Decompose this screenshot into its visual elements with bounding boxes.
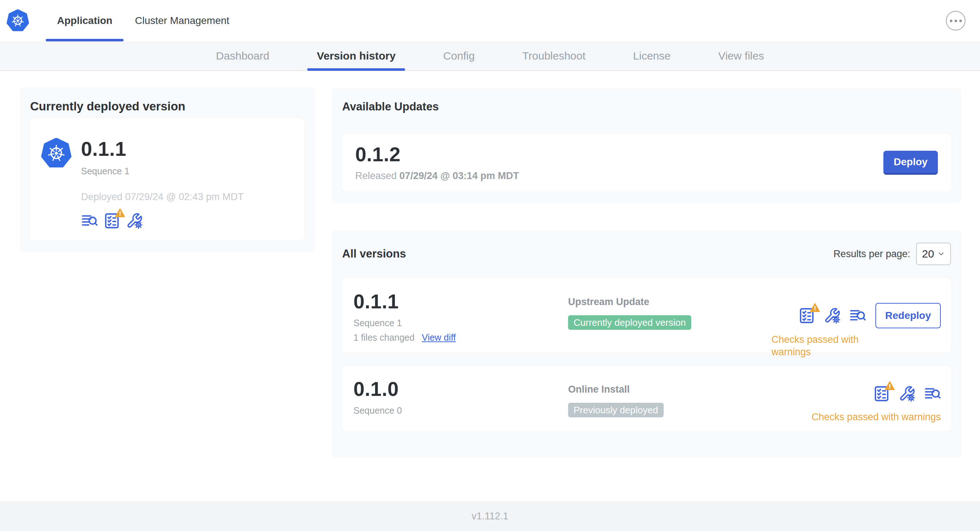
previously-deployed-badge: Previously deployed — [568, 403, 663, 417]
all-versions-title: All versions — [342, 247, 406, 261]
version-history-page: Currently deployed version 0.1.1 Sequenc… — [0, 71, 980, 501]
currently-deployed-badge: Currently deployed version — [568, 315, 691, 330]
view-diff-link[interactable]: View diff — [422, 332, 456, 343]
warning-triangle-icon — [809, 302, 821, 313]
app-subnav: Dashboard Version history Config Trouble… — [0, 41, 980, 71]
checks-status-text: Checks passed with warnings — [772, 334, 869, 358]
tab-cluster-management[interactable]: Cluster Management — [124, 0, 240, 41]
deployed-version-tile: 0.1.1 Sequence 1 Deployed 07/29/24 @ 02:… — [30, 118, 304, 240]
row-version-number: 0.1.1 — [353, 291, 568, 312]
logs-magnifier-icon[interactable] — [924, 385, 941, 402]
top-bar: Application Cluster Management — [0, 0, 980, 41]
deployed-version-number: 0.1.1 — [81, 138, 244, 160]
tab-view-files[interactable]: View files — [709, 41, 773, 70]
preflight-checklist-icon[interactable] — [103, 213, 120, 229]
row-sequence: Sequence 0 — [353, 405, 568, 416]
console-version: v1.112.1 — [471, 511, 509, 522]
files-changed-label: 1 files changed — [353, 332, 414, 343]
row-version-number: 0.1.0 — [353, 378, 568, 400]
available-updates-card: Available Updates 0.1.2 Released 07/29/2… — [332, 88, 961, 203]
wrench-gear-icon[interactable] — [899, 385, 915, 402]
tab-config[interactable]: Config — [434, 41, 484, 70]
wrench-gear-icon[interactable] — [824, 307, 840, 324]
currently-deployed-card: Currently deployed version 0.1.1 Sequenc… — [20, 87, 314, 252]
app-footer: v1.112.1 — [0, 501, 980, 531]
logs-magnifier-icon[interactable] — [81, 213, 98, 229]
update-row: 0.1.2 Released 07/29/24 @ 03:14 pm MDT D… — [342, 134, 951, 191]
ellipsis-menu-icon[interactable] — [946, 11, 966, 30]
deploy-button[interactable]: Deploy — [883, 151, 938, 175]
row-sequence: Sequence 1 — [353, 318, 568, 329]
tab-dashboard[interactable]: Dashboard — [207, 41, 279, 70]
update-released-date: 07/29/24 @ 03:14 pm MDT — [399, 170, 519, 181]
update-version-number: 0.1.2 — [355, 143, 519, 165]
deployed-timestamp: Deployed 07/29/24 @ 02:43 pm MDT — [81, 191, 244, 203]
kubernetes-logo — [6, 0, 29, 41]
warning-triangle-icon — [115, 208, 126, 218]
results-per-page-select[interactable]: 20 — [916, 243, 951, 265]
results-per-page-label: Results per page: — [833, 248, 910, 260]
tab-license[interactable]: License — [624, 41, 680, 70]
row-source-label: Online Install — [568, 383, 772, 396]
version-row: 0.1.0 Sequence 0 Online Install Previous… — [342, 366, 951, 431]
app-kubernetes-logo — [41, 138, 72, 169]
deployed-sequence: Sequence 1 — [81, 165, 244, 177]
version-row: 0.1.1 Sequence 1 1 files changed View di… — [342, 278, 951, 353]
preflight-checklist-icon[interactable] — [799, 307, 815, 324]
all-versions-card: All versions Results per page: 20 0.1.1 … — [332, 230, 961, 458]
checks-status-text: Checks passed with warnings — [811, 411, 941, 423]
currently-deployed-title: Currently deployed version — [30, 100, 304, 113]
redeploy-button[interactable]: Redeploy — [875, 303, 941, 328]
tab-application[interactable]: Application — [46, 0, 124, 41]
results-per-page-value: 20 — [922, 248, 934, 260]
tab-troubleshoot[interactable]: Troubleshoot — [513, 41, 595, 70]
chevron-down-icon — [937, 250, 945, 258]
tab-version-history[interactable]: Version history — [307, 41, 405, 70]
preflight-checklist-icon[interactable] — [873, 385, 890, 402]
row-source-label: Upstream Update — [568, 296, 772, 308]
wrench-gear-icon[interactable] — [126, 213, 143, 229]
logs-magnifier-icon[interactable] — [849, 307, 866, 324]
warning-triangle-icon — [884, 381, 896, 391]
available-updates-title: Available Updates — [342, 100, 951, 113]
top-tabs: Application Cluster Management — [46, 0, 240, 41]
update-released-line: Released 07/29/24 @ 03:14 pm MDT — [355, 170, 519, 182]
